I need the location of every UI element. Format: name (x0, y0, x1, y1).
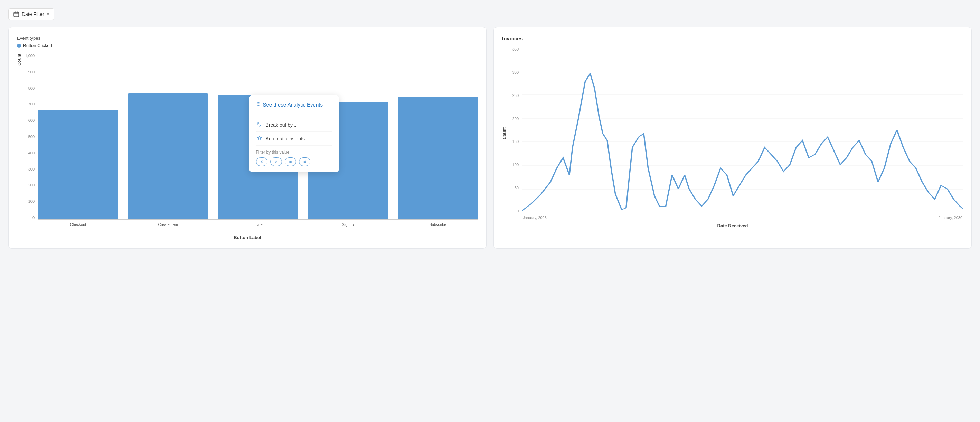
bar-group-subscribe (398, 54, 478, 219)
popup-grid-icon: ⠿ (256, 101, 260, 108)
bar-chart-card: Event types Button Clicked Count 0 100 2… (8, 27, 487, 249)
bar-create-item[interactable] (128, 93, 208, 219)
calendar-icon (13, 11, 19, 17)
event-types-label: Event types (17, 36, 478, 41)
chevron-down-icon: ▾ (47, 12, 49, 17)
line-chart-svg (522, 47, 963, 213)
bar-group-invite: ⠿ See these Analytic Events (218, 54, 298, 219)
line-chart-svg-wrapper: January, 2025 January, 2030 (522, 47, 963, 220)
bar-x-axis-title: Button Label (17, 235, 478, 240)
filter-section: Filter by this value < > = ≠ (256, 150, 332, 166)
line-y-axis-label: Count (502, 127, 507, 139)
legend-label: Button Clicked (23, 43, 52, 48)
popup-breakout-action[interactable]: Break out by... (256, 118, 332, 132)
line-x-axis-title: Date Received (502, 223, 963, 228)
x-label-subscribe: Subscribe (398, 222, 478, 227)
line-chart-polyline (522, 74, 963, 211)
date-filter-label: Date Filter (22, 11, 44, 17)
filter-greater-than[interactable]: > (270, 157, 282, 166)
bars-area: ⠿ See these Analytic Events (38, 54, 478, 220)
line-y-axis: 0 50 100 150 200 250 300 350 (508, 47, 522, 213)
filter-less-than[interactable]: < (256, 157, 268, 166)
popup-title[interactable]: See these Analytic Events (263, 102, 323, 107)
filter-equals[interactable]: = (285, 157, 296, 166)
x-label-2025: January, 2025 (523, 216, 547, 220)
bar-y-axis-label: Count (17, 54, 22, 66)
bar-subscribe[interactable] (398, 96, 478, 219)
breakout-icon (256, 121, 263, 128)
x-label-create-item: Create Item (128, 222, 208, 227)
x-axis-labels: Checkout Create Item Invite Signup Subsc… (38, 222, 478, 227)
legend-item: Button Clicked (17, 43, 478, 48)
invoices-title: Invoices (502, 36, 963, 42)
bar-group-checkout (38, 54, 118, 219)
legend-dot (17, 43, 21, 48)
insights-label: Automatic insights... (266, 136, 309, 141)
filter-label: Filter by this value (256, 150, 332, 155)
x-label-2030: January, 2030 (939, 216, 963, 220)
bar-group-create-item (128, 54, 208, 219)
bar-y-axis: 0 100 200 300 400 500 600 700 800 900 1,… (22, 54, 38, 220)
x-label-invite: Invite (218, 222, 298, 227)
filter-buttons: < > = ≠ (256, 157, 332, 166)
bar-context-popup: ⠿ See these Analytic Events (249, 95, 339, 172)
line-chart-card: Invoices Count 0 50 100 150 200 250 300 … (493, 27, 972, 249)
x-label-signup: Signup (308, 222, 388, 227)
svg-rect-0 (14, 13, 19, 17)
date-filter-button[interactable]: Date Filter ▾ (8, 8, 54, 20)
popup-insights-action[interactable]: Automatic insights... (256, 132, 332, 145)
line-x-axis-labels: January, 2025 January, 2030 (522, 216, 963, 220)
breakout-label: Break out by... (266, 122, 296, 128)
popup-title-row: ⠿ See these Analytic Events (256, 101, 332, 113)
x-label-checkout: Checkout (38, 222, 118, 227)
bar-checkout[interactable] (38, 110, 118, 219)
filter-not-equals[interactable]: ≠ (299, 157, 310, 166)
insights-icon (256, 135, 263, 142)
